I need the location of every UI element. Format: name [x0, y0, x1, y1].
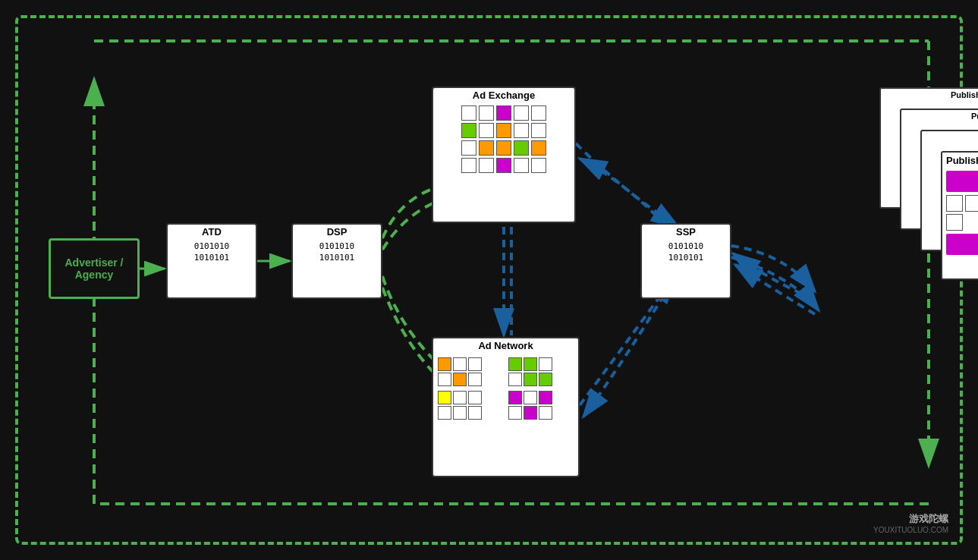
- atd-label: ATD: [168, 225, 256, 239]
- ssp-label: SSP: [642, 225, 730, 239]
- grid-cell: [461, 123, 476, 138]
- grid-cell: [514, 123, 529, 138]
- grid-cell: [496, 140, 511, 156]
- grid-cell: [531, 158, 546, 173]
- grid-cell: [479, 158, 494, 173]
- grid-cell: [461, 140, 476, 156]
- grid-cell: [496, 123, 511, 138]
- watermark: 游戏陀螺 YOUXITUOLUO.COM: [873, 512, 948, 534]
- adex-grid: [461, 105, 546, 173]
- grid-cell: [479, 140, 494, 156]
- grid-cell: [461, 158, 476, 173]
- grid-cell: [531, 105, 546, 121]
- grid-cell: [531, 140, 546, 156]
- dsp-node: DSP 01010101010101: [291, 223, 382, 299]
- grid-cell: [479, 123, 494, 138]
- publisher-card-1: Publisher: [941, 151, 978, 280]
- main-diagram-container: Advertiser / Agency ATD 01010101010101 D…: [15, 15, 963, 545]
- advertiser-label: Advertiser / Agency: [51, 256, 137, 281]
- publisher-label-2: Publisher: [922, 131, 978, 143]
- grid-cell: [514, 158, 529, 173]
- svg-line-4: [18, 18, 929, 41]
- watermark-logo: 游戏陀螺: [873, 512, 948, 526]
- publisher-label-4: Publisher: [881, 89, 978, 101]
- publisher-label-1: Publisher: [942, 153, 978, 168]
- atd-data: 01010101010101: [168, 239, 256, 267]
- adnet-quad-1: [438, 357, 504, 386]
- ssp-data: 01010101010101: [642, 239, 730, 267]
- advertiser-node: Advertiser / Agency: [49, 238, 140, 299]
- ssp-node: SSP 01010101010101: [640, 223, 731, 299]
- grid-cell: [461, 105, 476, 121]
- adex-label: Ad Exchange: [433, 88, 574, 102]
- grid-cell: [479, 105, 494, 121]
- grid-cell: [531, 123, 546, 138]
- adnet-quad-grid: [433, 353, 578, 424]
- adnet-node: Ad Network: [432, 337, 580, 477]
- publisher-label-3: Publisher: [901, 110, 978, 122]
- watermark-url: YOUXITUOLUO.COM: [873, 526, 948, 534]
- adnet-quad-2: [508, 357, 574, 386]
- grid-cell: [496, 105, 511, 121]
- adnet-label: Ad Network: [433, 338, 578, 353]
- dsp-label: DSP: [293, 225, 381, 239]
- adnet-quad-4: [508, 391, 574, 420]
- atd-node: ATD 01010101010101: [166, 223, 257, 299]
- adex-node: Ad Exchange: [432, 87, 576, 223]
- dsp-data: 01010101010101: [293, 239, 381, 267]
- grid-cell: [496, 158, 511, 173]
- adnet-quad-3: [438, 391, 504, 420]
- grid-cell: [514, 105, 529, 121]
- grid-cell: [514, 140, 529, 156]
